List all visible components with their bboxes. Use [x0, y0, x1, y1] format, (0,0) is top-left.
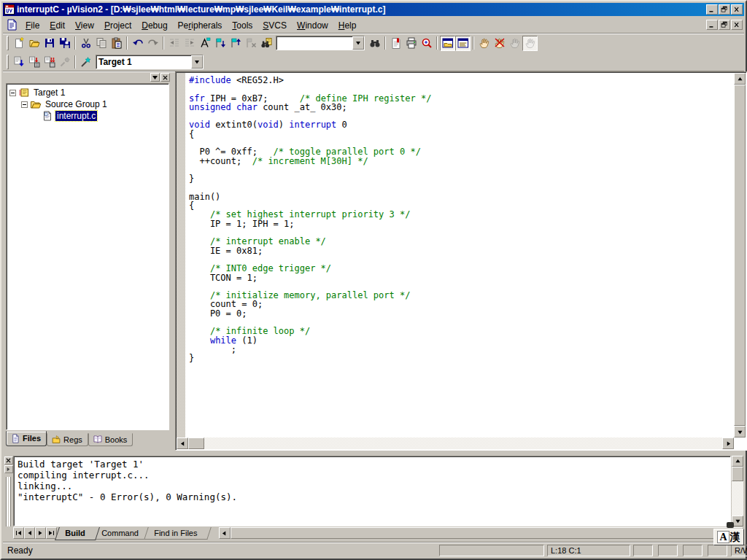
- scroll-left-icon[interactable]: [177, 438, 188, 449]
- kill-all-breakpoints-button[interactable]: [492, 36, 507, 51]
- goto-definition-button[interactable]: [419, 36, 434, 51]
- scrollbar-thumb[interactable]: [231, 527, 743, 539]
- output-close-icon[interactable]: [4, 456, 13, 464]
- mdi-close-button[interactable]: [731, 20, 743, 30]
- tree-collapse-icon[interactable]: [21, 101, 28, 108]
- tab-files[interactable]: Files: [6, 431, 47, 446]
- save-file-button[interactable]: [42, 36, 57, 51]
- find-button[interactable]: [367, 36, 382, 51]
- first-tab-icon[interactable]: [13, 527, 24, 539]
- mdi-window-controls: [706, 20, 743, 30]
- menu-debug[interactable]: Debug: [136, 18, 172, 33]
- chevron-down-icon[interactable]: [352, 36, 364, 50]
- tree-item-target-1[interactable]: Target 1: [8, 87, 167, 98]
- next-bookmark-button[interactable]: [212, 36, 228, 51]
- tree-collapse-icon[interactable]: [9, 90, 16, 96]
- menu-project[interactable]: Project: [99, 18, 136, 33]
- toggle-output-window-button[interactable]: [455, 36, 471, 51]
- find-combobox-value: [276, 36, 352, 50]
- cut-button[interactable]: [78, 36, 93, 51]
- minimize-button[interactable]: [706, 4, 718, 15]
- output-vertical-scrollbar[interactable]: [732, 456, 743, 526]
- output-horizontal-scrollbar[interactable]: [219, 527, 743, 539]
- project-window-icon: [442, 37, 454, 49]
- tree-item-source-group-1[interactable]: Source Group 1: [8, 98, 167, 110]
- build-output-log[interactable]: Build target 'Target 1'compiling interru…: [13, 456, 731, 526]
- scroll-left-icon[interactable]: [219, 527, 231, 539]
- open-file-button[interactable]: [26, 36, 42, 51]
- toggle-bookmark-button[interactable]: [197, 36, 212, 51]
- toolbar-grip[interactable]: [7, 36, 9, 50]
- target-select[interactable]: Target 1: [96, 55, 204, 69]
- close-button[interactable]: [731, 4, 743, 15]
- new-file-button[interactable]: [11, 36, 26, 51]
- tab-right-button: [182, 36, 197, 51]
- find-combobox[interactable]: [276, 36, 365, 50]
- hand-x-icon: [494, 37, 506, 49]
- options-for-target-button[interactable]: [78, 54, 93, 69]
- build-toolbar: Target 1: [3, 52, 744, 71]
- next-tab-icon[interactable]: [35, 527, 46, 539]
- menu-svcs[interactable]: SVCS: [258, 18, 292, 33]
- menu-peripherals[interactable]: Peripherals: [173, 18, 228, 33]
- find-in-files-button[interactable]: [258, 36, 274, 51]
- scroll-up-icon[interactable]: [734, 73, 746, 85]
- menu-file[interactable]: File: [20, 18, 44, 33]
- scroll-down-icon[interactable]: [734, 426, 746, 438]
- panel-menu-button[interactable]: [150, 73, 160, 82]
- scrollbar-thumb[interactable]: [188, 438, 204, 449]
- menu-edit[interactable]: Edit: [44, 18, 70, 33]
- mdi-restore-button[interactable]: [719, 20, 730, 30]
- toggle-breakpoint-button[interactable]: [476, 36, 492, 51]
- panel-close-icon[interactable]: [160, 73, 170, 82]
- toolbar-grip[interactable]: [7, 55, 9, 69]
- editor-vertical-scrollbar[interactable]: [734, 73, 746, 438]
- previous-bookmark-button[interactable]: [228, 36, 243, 51]
- code-editor[interactable]: #include <REG52.H> sfr IPH = 0xB7; /* de…: [185, 73, 734, 438]
- output-drag-grip[interactable]: [7, 477, 10, 526]
- restore-button[interactable]: [719, 4, 730, 15]
- code-line: /* interrupt enable */: [189, 237, 734, 246]
- paste-button[interactable]: [109, 36, 124, 51]
- tree-item-interrupt-c[interactable]: interrupt.c: [8, 110, 167, 122]
- files-tab-icon: [10, 434, 20, 443]
- menu-window[interactable]: Window: [292, 18, 333, 33]
- mdi-minimize-button[interactable]: [706, 20, 718, 30]
- incremental-find-button[interactable]: [388, 36, 403, 51]
- menu-tools[interactable]: Tools: [227, 18, 258, 33]
- scrollbar-thumb[interactable]: [734, 85, 746, 426]
- app-icon[interactable]: [4, 4, 15, 15]
- document-icon[interactable]: [6, 19, 18, 31]
- print-button[interactable]: [403, 36, 419, 51]
- translate-file-button[interactable]: [11, 54, 26, 69]
- code-line: ;: [189, 345, 734, 354]
- tab-regs[interactable]: Regs: [47, 433, 88, 446]
- tab-find-in-files[interactable]: Find in Files: [144, 527, 212, 540]
- copy-button: [93, 36, 109, 51]
- rebuild-all-target-files-button[interactable]: [42, 54, 57, 69]
- undo-button[interactable]: [130, 36, 145, 51]
- title-bar: interruptC - µVision2 - [D:₩sjlee₩html₩l…: [3, 3, 744, 16]
- scrollbar-thumb[interactable]: [732, 467, 743, 481]
- editor-horizontal-scrollbar[interactable]: [177, 438, 734, 449]
- file-c-icon: [42, 111, 53, 121]
- ime-indicator[interactable]: A 漢: [713, 529, 744, 545]
- scroll-up-icon[interactable]: [732, 456, 743, 467]
- scrollbar-track[interactable]: [204, 438, 722, 449]
- scroll-right-icon[interactable]: [722, 438, 734, 449]
- menu-view[interactable]: View: [70, 18, 99, 33]
- menu-help[interactable]: Help: [333, 18, 362, 33]
- tab-label: Books: [105, 435, 128, 444]
- prev-tab-icon[interactable]: [24, 527, 35, 539]
- scrollbar-track[interactable]: [732, 481, 743, 516]
- tab-command[interactable]: Command: [91, 527, 152, 540]
- toolbar-separator: [436, 36, 438, 50]
- chevron-down-icon[interactable]: [191, 55, 203, 69]
- code-line: TCON = 1;: [189, 273, 734, 282]
- build-target-button[interactable]: [26, 54, 42, 69]
- toggle-project-window-button[interactable]: [440, 36, 455, 51]
- tab-build[interactable]: Build: [55, 527, 99, 540]
- output-expand-icon[interactable]: [4, 465, 13, 473]
- tab-books[interactable]: Books: [88, 433, 133, 446]
- save-all-button[interactable]: [57, 36, 72, 51]
